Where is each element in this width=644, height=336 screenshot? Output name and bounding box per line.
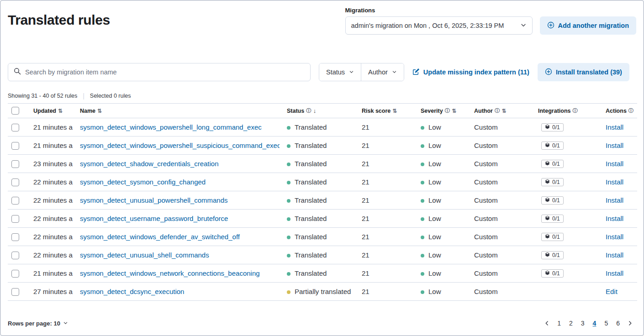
author-value: Custom xyxy=(474,215,498,222)
row-action-link[interactable]: Install xyxy=(606,251,623,259)
severity-dot xyxy=(421,217,424,221)
rule-name-link[interactable]: sysmon_detect_windows_network_connection… xyxy=(80,269,280,277)
severity-label: Low xyxy=(428,123,441,131)
select-all-checkbox[interactable] xyxy=(11,107,19,115)
severity-dot xyxy=(421,272,424,276)
page-number-3[interactable]: 3 xyxy=(577,318,588,328)
row-action-link[interactable]: Install xyxy=(606,269,623,277)
table-row: 21 minutes ago sysmon_detect_windows_pow… xyxy=(8,136,637,155)
row-checkbox[interactable] xyxy=(11,252,19,259)
sort-icon: ⇅ xyxy=(452,108,456,114)
integrations-badge[interactable]: 0/1 xyxy=(541,196,564,205)
author-value: Custom xyxy=(474,178,498,186)
risk-score-value: 21 xyxy=(362,142,370,149)
author-filter-button[interactable]: Author xyxy=(361,63,404,81)
risk-score-value: 21 xyxy=(362,160,370,168)
sort-icon: ⇅ xyxy=(392,108,397,114)
add-another-migration-button[interactable]: Add another migration xyxy=(540,16,636,35)
table-row: 22 minutes ago sysmon_detect_windows_def… xyxy=(8,228,637,246)
integrations-badge[interactable]: 0/1 xyxy=(541,123,564,131)
page-number-1[interactable]: 1 xyxy=(554,318,565,328)
status-label: Translated xyxy=(295,123,327,131)
integrations-badge[interactable]: 0/1 xyxy=(541,178,564,186)
author-value: Custom xyxy=(474,123,498,131)
status-label: Translated xyxy=(295,160,327,168)
column-header-severity[interactable]: Severity ⓘ ⇅ xyxy=(421,107,456,114)
row-action-link[interactable]: Install xyxy=(606,178,623,186)
row-checkbox[interactable] xyxy=(11,233,19,241)
rule-name-link[interactable]: sysmon_detect_sysmon_config_changed xyxy=(80,178,280,186)
rule-name-link[interactable]: sysmon_detect_windows_powershell_suspici… xyxy=(80,142,280,149)
page-number-4[interactable]: 4 xyxy=(589,318,600,328)
severity-label: Low xyxy=(428,178,441,186)
rule-name-link[interactable]: sysmon_detect_username_password_brutefor… xyxy=(80,215,280,222)
integrations-count: 0/1 xyxy=(552,252,560,258)
row-checkbox[interactable] xyxy=(11,142,19,150)
rule-name-link[interactable]: sysmon_detect_unusual_shell_commands xyxy=(80,251,280,259)
previous-page-button[interactable] xyxy=(541,318,553,328)
updated-value: 23 minutes ago xyxy=(33,160,73,168)
severity-dot xyxy=(421,236,424,239)
risk-score-value: 21 xyxy=(362,269,370,277)
migration-select[interactable]: admin's migration on Mon , Oct 6, 2025, … xyxy=(345,16,533,35)
integrations-count: 0/1 xyxy=(552,161,560,167)
package-icon xyxy=(545,215,550,222)
integrations-badge[interactable]: 0/1 xyxy=(541,251,564,259)
integrations-count: 0/1 xyxy=(552,142,560,149)
severity-label: Low xyxy=(428,269,441,277)
rule-name-link[interactable]: sysmon_detect_shadow_credentials_creatio… xyxy=(80,160,280,168)
page-header: Translated rules Migrations admin's migr… xyxy=(0,0,644,35)
integrations-badge[interactable]: 0/1 xyxy=(541,142,564,150)
status-label: Partially translated xyxy=(295,288,351,295)
info-icon: ⓘ xyxy=(628,107,634,114)
translated-rules-page: Translated rules Migrations admin's migr… xyxy=(0,0,644,336)
table-row: 21 minutes ago sysmon_detect_windows_pow… xyxy=(8,118,637,136)
column-header-updated[interactable]: Updated ⇅ xyxy=(33,108,63,114)
row-checkbox[interactable] xyxy=(11,197,19,205)
column-header-status[interactable]: Status ⓘ ↓ xyxy=(287,107,316,114)
row-checkbox[interactable] xyxy=(11,178,19,186)
package-icon xyxy=(545,142,550,149)
page-number-2[interactable]: 2 xyxy=(565,318,576,328)
status-dot xyxy=(287,254,290,257)
row-action-link[interactable]: Install xyxy=(606,142,623,149)
rule-name-link[interactable]: sysmon_detect_dcsync_execution xyxy=(80,288,280,295)
column-header-author[interactable]: Author ⓘ ⇅ xyxy=(474,107,507,114)
rule-name-link[interactable]: sysmon_detect_windows_defender_av_switch… xyxy=(80,233,280,241)
author-value: Custom xyxy=(474,142,498,149)
edit-icon xyxy=(412,68,420,77)
row-checkbox[interactable] xyxy=(11,288,19,296)
row-action-link[interactable]: Install xyxy=(606,123,623,131)
row-checkbox[interactable] xyxy=(11,270,19,278)
row-action-link[interactable]: Edit xyxy=(606,288,618,295)
update-missing-index-pattern-button[interactable]: Update missing index pattern (11) xyxy=(412,68,529,77)
integrations-badge[interactable]: 0/1 xyxy=(541,233,564,241)
search-input[interactable] xyxy=(25,68,305,76)
updated-value: 21 minutes ago xyxy=(33,269,73,277)
integrations-badge[interactable]: 0/1 xyxy=(541,215,564,223)
integrations-badge[interactable]: 0/1 xyxy=(541,160,564,168)
row-action-link[interactable]: Install xyxy=(606,160,623,168)
next-page-button[interactable] xyxy=(624,318,636,328)
column-header-name[interactable]: Name ⇅ xyxy=(80,108,102,114)
rule-name-link[interactable]: sysmon_detect_unusual_powershell_command… xyxy=(80,196,280,204)
plus-in-circle-icon xyxy=(547,21,554,30)
row-checkbox[interactable] xyxy=(11,215,19,223)
page-number-5[interactable]: 5 xyxy=(601,318,612,328)
package-icon xyxy=(545,124,550,131)
page-number-6[interactable]: 6 xyxy=(612,318,623,328)
author-value: Custom xyxy=(474,269,498,277)
row-action-link[interactable]: Install xyxy=(606,196,623,204)
column-header-risk-score[interactable]: Risk score ⇅ xyxy=(362,108,397,114)
info-icon: ⓘ xyxy=(495,107,500,114)
row-action-link[interactable]: Install xyxy=(606,233,623,241)
rows-per-page-button[interactable]: Rows per page: 10 xyxy=(8,320,68,327)
rule-name-link[interactable]: sysmon_detect_windows_powershell_long_co… xyxy=(80,123,280,131)
status-filter-button[interactable]: Status xyxy=(319,63,361,81)
row-checkbox[interactable] xyxy=(11,124,19,131)
install-translated-button[interactable]: Install translated (39) xyxy=(538,63,629,81)
integrations-badge[interactable]: 0/1 xyxy=(541,269,564,278)
status-label: Translated xyxy=(295,251,327,259)
row-checkbox[interactable] xyxy=(11,160,19,168)
row-action-link[interactable]: Install xyxy=(606,215,623,222)
